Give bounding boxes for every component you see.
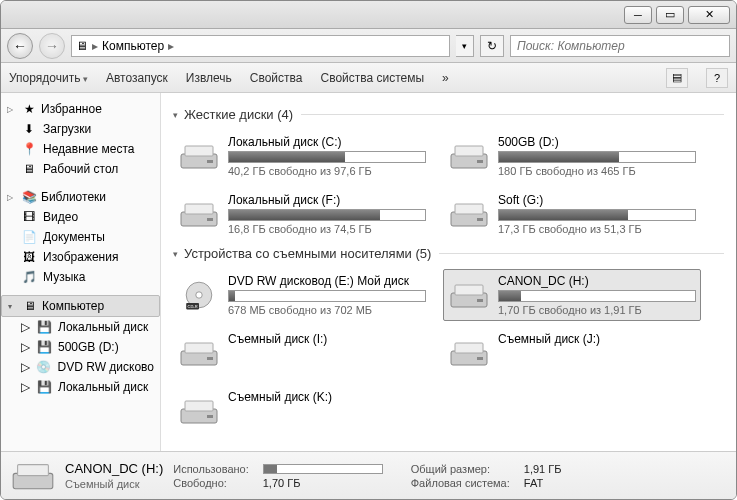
group-header-removable[interactable]: Устройства со съемными носителями (5) [173,246,724,261]
drive-name: Локальный диск (F:) [228,193,426,207]
breadcrumb-sep: ▸ [92,39,98,53]
window-titlebar: ─ ▭ ✕ [1,1,736,29]
system-properties-button[interactable]: Свойства системы [320,71,424,85]
drive-free-text: 16,8 ГБ свободно из 74,5 ГБ [228,223,426,235]
usage-bar [228,209,426,221]
status-free-value: 1,70 ГБ [263,477,383,489]
drive-name: Съемный диск (K:) [228,390,426,404]
expand-icon: ▾ [8,302,18,311]
breadcrumb-sep: ▸ [168,39,174,53]
organize-menu[interactable]: Упорядочить [9,71,88,85]
svg-rect-2 [207,160,213,163]
computer-icon: 🖥 [22,298,38,314]
drive-name: Soft (G:) [498,193,696,207]
expand-icon: ▷ [7,105,17,114]
recent-icon: 📍 [21,141,37,157]
disc-icon: 💿 [36,359,52,375]
sidebar-item-downloads[interactable]: ⬇Загрузки [1,119,160,139]
svg-rect-18 [477,299,483,302]
close-button[interactable]: ✕ [688,6,730,24]
drive-item[interactable]: Съемный диск (I:) [173,327,431,379]
video-icon: 🎞 [21,209,37,225]
sidebar-item-label: DVD RW дисково [58,360,154,374]
drive-item[interactable]: CD-RDVD RW дисковод (E:) Мой диск678 МБ … [173,269,431,321]
usage-bar [228,290,426,302]
status-used-label: Использовано: [173,463,249,475]
status-free-label: Свободно: [173,477,249,489]
svg-rect-4 [455,146,483,156]
sidebar-item-videos[interactable]: 🎞Видео [1,207,160,227]
properties-button[interactable]: Свойства [250,71,303,85]
navigation-pane: ▷ ★ Избранное ⬇Загрузки 📍Недавние места … [1,93,161,451]
svg-rect-7 [185,204,213,214]
drive-icon [178,332,220,374]
drive-item[interactable]: Съемный диск (K:) [173,385,431,437]
address-dropdown[interactable]: ▾ [456,35,474,57]
drive-free-text: 40,2 ГБ свободно из 97,6 ГБ [228,165,426,177]
status-total-label: Общий размер: [411,463,510,475]
svg-rect-27 [207,415,213,418]
svg-rect-24 [477,357,483,360]
sidebar-item-label: Локальный диск [58,320,148,334]
drive-icon: 💾 [36,339,52,355]
drive-icon [448,135,490,177]
usage-bar [498,151,696,163]
sidebar-computer-header[interactable]: ▾ 🖥 Компьютер [1,295,160,317]
refresh-button[interactable]: ↻ [480,35,504,57]
back-button[interactable]: ← [7,33,33,59]
drive-item[interactable]: Локальный диск (F:)16,8 ГБ свободно из 7… [173,188,431,240]
sidebar-favorites-header[interactable]: ▷ ★ Избранное [1,99,160,119]
search-input[interactable] [510,35,730,57]
breadcrumb[interactable]: 🖥 ▸ Компьютер ▸ [71,35,450,57]
svg-rect-20 [185,343,213,353]
eject-button[interactable]: Извлечь [186,71,232,85]
drive-item[interactable]: CANON_DC (H:)1,70 ГБ свободно из 1,91 ГБ [443,269,701,321]
forward-button[interactable]: → [39,33,65,59]
drive-free-text: 1,70 ГБ свободно из 1,91 ГБ [498,304,696,316]
drive-name: DVD RW дисковод (E:) Мой диск [228,274,426,288]
sidebar-item-music[interactable]: 🎵Музыка [1,267,160,287]
sidebar-item-drive[interactable]: ▷💾Локальный диск [1,317,160,337]
computer-icon: 🖥 [76,39,88,53]
status-used-bar [263,464,383,474]
sidebar-item-recent[interactable]: 📍Недавние места [1,139,160,159]
minimize-button[interactable]: ─ [624,6,652,24]
drive-icon [448,274,490,316]
drive-item[interactable]: Soft (G:)17,3 ГБ свободно из 51,3 ГБ [443,188,701,240]
breadcrumb-item[interactable]: Компьютер [102,39,164,53]
svg-rect-8 [207,218,213,221]
sidebar-item-label: Недавние места [43,142,134,156]
help-button[interactable]: ? [706,68,728,88]
maximize-button[interactable]: ▭ [656,6,684,24]
toolbar-overflow[interactable]: » [442,71,449,85]
sidebar-item-drive[interactable]: ▷💾Локальный диск [1,377,160,397]
svg-rect-5 [477,160,483,163]
drive-name: Съемный диск (J:) [498,332,696,346]
sidebar-item-documents[interactable]: 📄Документы [1,227,160,247]
drive-icon: CD-R [178,274,220,316]
svg-rect-26 [185,401,213,411]
drive-icon [178,390,220,432]
sidebar-item-desktop[interactable]: 🖥Рабочий стол [1,159,160,179]
usage-bar [498,290,696,302]
toolbar: Упорядочить Автозапуск Извлечь Свойства … [1,63,736,93]
view-options-button[interactable]: ▤ [666,68,688,88]
navigation-bar: ← → 🖥 ▸ Компьютер ▸ ▾ ↻ [1,29,736,63]
svg-point-13 [196,292,202,298]
drive-icon [448,332,490,374]
drive-item[interactable]: 500GB (D:)180 ГБ свободно из 465 ГБ [443,130,701,182]
sidebar-group-label: Избранное [41,102,102,116]
status-total-value: 1,91 ГБ [524,463,562,475]
drive-item[interactable]: Съемный диск (J:) [443,327,701,379]
drive-item[interactable]: Локальный диск (C:)40,2 ГБ свободно из 9… [173,130,431,182]
drive-icon [448,193,490,235]
usage-bar [498,209,696,221]
sidebar-item-pictures[interactable]: 🖼Изображения [1,247,160,267]
autoplay-button[interactable]: Автозапуск [106,71,168,85]
sidebar-item-drive[interactable]: ▷💿DVD RW дисково [1,357,160,377]
drive-free-text: 180 ГБ свободно из 465 ГБ [498,165,696,177]
drive-free-text: 678 МБ свободно из 702 МБ [228,304,426,316]
sidebar-item-drive[interactable]: ▷💾500GB (D:) [1,337,160,357]
group-header-hard-drives[interactable]: Жесткие диски (4) [173,107,724,122]
sidebar-libraries-header[interactable]: ▷ 📚 Библиотеки [1,187,160,207]
